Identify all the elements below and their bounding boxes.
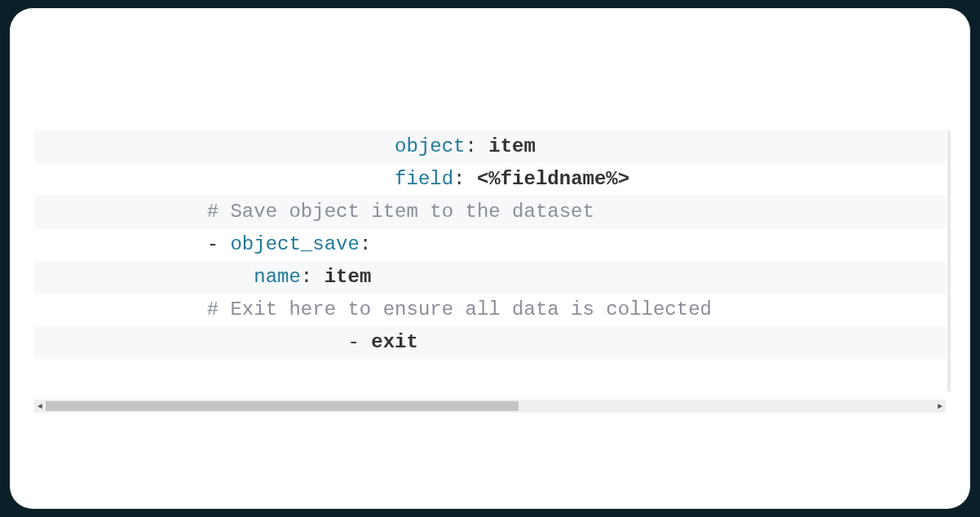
- code-token: object: [395, 135, 465, 157]
- code-block: object: item field: <%fieldname%> # Save…: [34, 130, 946, 359]
- code-token: <%fieldname%>: [477, 168, 629, 190]
- code-token: # Save object item to the dataset: [207, 201, 594, 223]
- code-line: object: item: [34, 130, 946, 163]
- vertical-scrollbar[interactable]: [947, 130, 951, 391]
- code-token: exit: [371, 331, 418, 353]
- code-line: name: item: [34, 261, 946, 294]
- code-line: - object_save:: [34, 228, 946, 261]
- code-line: - exit: [34, 326, 946, 359]
- code-line: field: <%fieldname%>: [34, 163, 946, 196]
- card-container: object: item field: <%fieldname%> # Save…: [10, 8, 970, 509]
- code-token: :: [360, 233, 371, 255]
- scroll-left-arrow-icon[interactable]: ◄: [34, 400, 46, 413]
- code-line: # Exit here to ensure all data is collec…: [34, 294, 946, 326]
- code-token: # Exit here to ensure all data is collec…: [207, 298, 712, 320]
- code-token: object_save: [230, 233, 359, 255]
- code-token: item: [488, 135, 536, 157]
- code-token: :: [301, 266, 324, 288]
- horizontal-scrollbar-thumb[interactable]: [46, 401, 519, 411]
- code-token: -: [347, 331, 371, 353]
- code-token: name: [254, 266, 301, 288]
- code-token: :: [466, 135, 489, 157]
- code-token: :: [453, 168, 477, 190]
- code-token: field: [395, 168, 453, 190]
- code-token: item: [324, 266, 372, 288]
- horizontal-scrollbar-track[interactable]: ◄ ►: [34, 400, 946, 413]
- code-line: # Save object item to the dataset: [34, 196, 946, 228]
- code-token: -: [207, 233, 231, 255]
- scroll-right-arrow-icon[interactable]: ►: [934, 400, 946, 413]
